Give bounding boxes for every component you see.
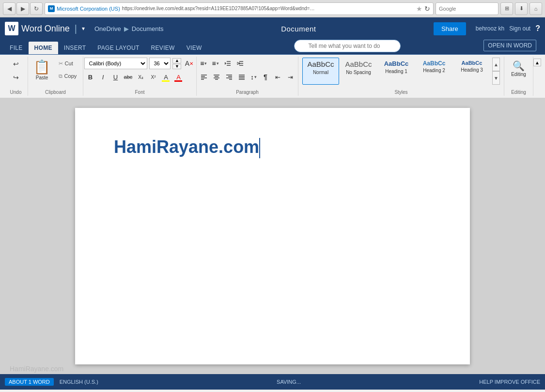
- strikethrough-button[interactable]: abc: [122, 71, 134, 83]
- increase-font-button[interactable]: ▲: [172, 58, 181, 63]
- tab-review[interactable]: REVIEW: [145, 42, 181, 54]
- collapse-ribbon-button[interactable]: ▲: [533, 59, 541, 66]
- italic-button[interactable]: I: [97, 71, 109, 83]
- styles-scroll-arrows: ▲ ▼: [492, 58, 500, 85]
- browser-toolbar: ◀ ▶ ↻ M Microsoft Corporation (US) https…: [0, 0, 545, 17]
- home-button[interactable]: ⌂: [529, 2, 542, 15]
- subscript-button[interactable]: X₂: [135, 71, 146, 83]
- numbering-icon: ≡: [212, 60, 216, 67]
- align-center-button[interactable]: [211, 71, 222, 83]
- tell-me-input[interactable]: [294, 40, 401, 52]
- breadcrumb-folder[interactable]: Documents: [132, 25, 164, 32]
- editing-controls: 🔍 Editing: [508, 58, 529, 87]
- copy-button[interactable]: ⧉ Copy: [55, 70, 80, 82]
- justify-button[interactable]: [236, 71, 248, 83]
- highlight-icon: A: [164, 74, 168, 81]
- ltr-button[interactable]: ⇤: [272, 71, 284, 83]
- line-spacing-dropdown[interactable]: ↕ ▾: [249, 71, 259, 83]
- extensions-button[interactable]: ⊞: [500, 2, 513, 15]
- document-page[interactable]: HamiRayane.com: [75, 108, 470, 364]
- nav-buttons: ◀ ▶ ↻: [3, 2, 43, 15]
- editing-button[interactable]: 🔍 Editing: [508, 58, 529, 78]
- rtl-button[interactable]: ⇥: [285, 71, 296, 83]
- editing-group-label: Editing: [504, 90, 533, 95]
- font-color-button[interactable]: A: [172, 71, 184, 83]
- bullets-icon: ≡: [200, 60, 204, 67]
- style-heading1[interactable]: AaBbCc Heading 1: [378, 58, 415, 85]
- breadcrumb-home[interactable]: OneDrive: [94, 25, 121, 32]
- cut-button[interactable]: ✂ Cut: [55, 58, 80, 69]
- open-in-word-button[interactable]: OPEN IN WORD: [483, 40, 536, 51]
- numbering-caret: ▾: [217, 61, 219, 66]
- paragraph-controls: ≡ ▾ ≡ ▾: [198, 58, 296, 91]
- style-heading2[interactable]: AaBbCc Heading 2: [416, 58, 452, 85]
- copy-icon: ⧉: [59, 73, 62, 79]
- paste-icon: 📋: [33, 59, 50, 75]
- app-dropdown-arrow[interactable]: ▾: [82, 25, 85, 32]
- word-logo-letter: W: [8, 24, 15, 33]
- language-label[interactable]: ENGLISH (U.S.): [60, 379, 98, 385]
- align-left-button[interactable]: [198, 71, 210, 83]
- underline-button[interactable]: U: [109, 71, 121, 83]
- cut-icon: ✂: [59, 60, 63, 67]
- copy-label: Copy: [64, 73, 77, 79]
- sign-out-button[interactable]: Sign out: [509, 25, 530, 32]
- paragraph-group-label: Paragraph: [197, 90, 298, 95]
- tab-view[interactable]: VIEW: [181, 42, 208, 54]
- address-bar[interactable]: M Microsoft Corporation (US) https://one…: [45, 2, 434, 15]
- search-input[interactable]: [436, 2, 498, 15]
- browser-icons: ⊞ ⬇ ⌂: [500, 2, 542, 15]
- font-family-select[interactable]: Calibri (Body): [84, 58, 147, 69]
- bold-button[interactable]: B: [84, 71, 96, 83]
- show-paragraph-button[interactable]: ¶: [260, 71, 271, 83]
- tell-me-area: 🔍: [212, 40, 484, 54]
- reload-icon[interactable]: ↻: [424, 5, 430, 13]
- clear-format-button[interactable]: A✕: [183, 58, 195, 69]
- styles-scroll-down[interactable]: ▼: [492, 71, 500, 85]
- style-no-spacing-label: No Spacing: [346, 70, 371, 75]
- user-name: behrooz kh: [476, 25, 504, 32]
- help-button[interactable]: ?: [535, 24, 540, 33]
- increase-indent-button[interactable]: [234, 58, 246, 69]
- paste-button[interactable]: 📋 Paste: [31, 58, 53, 82]
- undo-button[interactable]: ↩: [9, 58, 23, 70]
- collapse-area: ▲: [533, 57, 541, 96]
- tab-file[interactable]: FILE: [4, 42, 29, 54]
- bullets-dropdown[interactable]: ≡ ▾: [198, 58, 209, 69]
- tell-me-wrapper: 🔍: [294, 40, 401, 52]
- tab-home[interactable]: HOME: [29, 42, 58, 54]
- tab-insert[interactable]: INSERT: [58, 42, 92, 54]
- word-logo: W Word Online | ▾: [5, 22, 85, 35]
- font-color-icon: A: [176, 74, 181, 81]
- word-count-badge[interactable]: ABOUT 1 WORD: [5, 378, 54, 386]
- style-normal[interactable]: AaBbCc Normal: [302, 58, 339, 85]
- paragraph-group: ≡ ▾ ≡ ▾: [197, 57, 298, 96]
- ribbon-tabs-bar: FILE HOME INSERT PAGE LAYOUT REVIEW VIEW…: [0, 40, 545, 55]
- page-content[interactable]: HamiRayane.com: [114, 137, 431, 158]
- redo-button[interactable]: ↪: [9, 71, 23, 84]
- highlight-button[interactable]: A: [160, 71, 171, 83]
- style-heading3[interactable]: AaBbCc Heading 3: [453, 58, 490, 85]
- bullets-caret: ▾: [204, 61, 207, 66]
- decrease-indent-button[interactable]: [222, 58, 234, 69]
- help-improve-button[interactable]: HELP IMPROVE OFFICE: [479, 379, 540, 385]
- tab-page-layout[interactable]: PAGE LAYOUT: [92, 42, 145, 54]
- reload-button[interactable]: ↻: [30, 2, 43, 15]
- numbering-dropdown[interactable]: ≡ ▾: [210, 58, 220, 69]
- svg-marker-8: [239, 62, 240, 65]
- star-icon[interactable]: ★: [416, 5, 422, 13]
- decrease-font-button[interactable]: ▼: [172, 64, 181, 69]
- align-right-button[interactable]: [223, 71, 235, 83]
- size-buttons: ▲ ▼: [172, 58, 181, 69]
- back-button[interactable]: ◀: [3, 2, 16, 15]
- superscript-button[interactable]: X²: [147, 71, 159, 83]
- share-button[interactable]: Share: [434, 22, 466, 35]
- forward-button[interactable]: ▶: [16, 2, 29, 15]
- font-size-select[interactable]: 36: [149, 58, 171, 69]
- download-button[interactable]: ⬇: [515, 2, 528, 15]
- clipboard-group-label: Clipboard: [28, 90, 83, 95]
- para-row1: ≡ ▾ ≡ ▾: [198, 58, 296, 69]
- editing-group: 🔍 Editing Editing: [504, 57, 533, 96]
- style-no-spacing[interactable]: AaBbCc No Spacing: [340, 58, 377, 85]
- styles-scroll-up[interactable]: ▲: [492, 58, 500, 71]
